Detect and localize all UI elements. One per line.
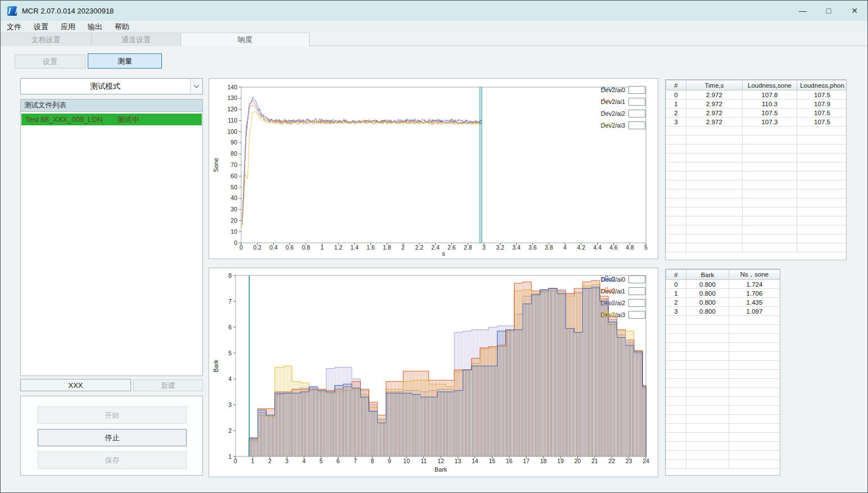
y-axis-label: Sone [213, 158, 219, 173]
table-row-empty [666, 243, 847, 252]
column-header[interactable]: Ns，sone [729, 270, 780, 280]
bars-sample-icon [629, 287, 645, 295]
svg-text:2: 2 [228, 427, 232, 434]
svg-text:24: 24 [643, 458, 649, 464]
table-cell: 3 [666, 117, 686, 126]
table-cell: 107.8 [743, 91, 797, 99]
svg-text:3.6: 3.6 [528, 244, 537, 251]
svg-text:10: 10 [403, 458, 410, 464]
table-row-empty [666, 325, 780, 334]
svg-text:80: 80 [230, 150, 237, 157]
table-row[interactable]: 00.8001.724 [666, 280, 780, 289]
svg-text:1.8: 1.8 [383, 244, 391, 251]
svg-text:1.2: 1.2 [334, 244, 342, 251]
table-row[interactable]: 30.8001.097 [666, 307, 780, 316]
window-title: MCR 2.07.0.014 202300918 [22, 7, 114, 15]
table-cell: 1.706 [729, 289, 780, 298]
titlebar: MCR 2.07.0.014 202300918 — □ ✕ [1, 1, 867, 21]
svg-text:0: 0 [234, 458, 237, 464]
table-cell: 0.800 [686, 289, 729, 298]
table-row-empty [666, 234, 847, 243]
bark-results-table: #BarkNs，sone00.8001.72410.8001.70620.800… [666, 269, 780, 469]
close-icon[interactable]: ✕ [842, 1, 867, 21]
window-controls: — □ ✕ [790, 1, 867, 21]
menu-item-settings[interactable]: 设置 [28, 21, 55, 33]
file-list-item[interactable]: Test 88_XXX_009_LDN测试中 [21, 114, 202, 125]
table-cell: 110.3 [743, 99, 797, 108]
svg-text:17: 17 [523, 458, 530, 464]
svg-text:3: 3 [285, 458, 288, 464]
bars-sample-icon [629, 311, 645, 319]
table-row[interactable]: 10.8001.706 [666, 289, 780, 298]
column-header[interactable]: Bark [686, 270, 729, 280]
svg-text:6: 6 [228, 324, 232, 331]
svg-text:60: 60 [230, 173, 237, 179]
svg-text:4.8: 4.8 [626, 244, 634, 251]
svg-text:18: 18 [540, 458, 547, 464]
svg-text:22: 22 [608, 458, 615, 464]
svg-text:12: 12 [437, 458, 444, 464]
stop-button[interactable]: 停止 [38, 429, 187, 446]
table-cell: 1.435 [729, 298, 780, 307]
table-row[interactable]: 02.972107.8107.5 [666, 91, 847, 99]
subtab-settings[interactable]: 设置 [15, 55, 85, 69]
table-row[interactable]: 20.8001.435 [666, 298, 780, 307]
svg-text:14: 14 [472, 458, 478, 464]
menu-item-output[interactable]: 输出 [82, 21, 108, 33]
svg-text:20: 20 [574, 458, 581, 464]
legend-item: Dev2/ai0 [601, 85, 645, 94]
table-row-empty [666, 198, 847, 207]
table-row[interactable]: 22.972107.5107.5 [666, 108, 847, 117]
column-header[interactable]: # [666, 80, 686, 91]
table-cell: 2.972 [686, 117, 743, 126]
tab-channel-settings[interactable]: 通道设置 [92, 33, 181, 46]
loudness-results-table: #Time,sLoudness,soneLoudness,phon02.9721… [666, 80, 847, 252]
svg-text:7: 7 [354, 458, 357, 464]
legend-item: Dev2/ai2 [601, 298, 645, 307]
maximize-icon[interactable]: □ [816, 1, 842, 21]
table-row-empty [666, 361, 780, 370]
legend-item: Dev2/ai2 [601, 109, 645, 118]
table-cell: 1 [666, 289, 686, 298]
menu-item-file[interactable]: 文件 [1, 21, 28, 33]
svg-text:2: 2 [401, 244, 405, 251]
svg-text:11: 11 [421, 458, 427, 464]
svg-text:2.6: 2.6 [447, 244, 456, 251]
svg-text:4: 4 [228, 376, 232, 382]
table-row[interactable]: 32.972107.3107.5 [666, 117, 847, 126]
svg-text:40: 40 [230, 195, 237, 201]
table-row-empty [666, 316, 780, 325]
table-cell: 0 [666, 280, 686, 289]
svg-text:5: 5 [319, 458, 323, 464]
tab-document-settings[interactable]: 文档设置 [1, 33, 92, 46]
table-row-empty [666, 153, 847, 162]
tab-loudness[interactable]: 响度 [181, 33, 310, 46]
svg-text:1: 1 [320, 244, 324, 251]
menu-item-help[interactable]: 帮助 [108, 21, 135, 33]
table-row-empty [666, 397, 780, 406]
chevron-down-icon[interactable] [190, 79, 202, 94]
column-header[interactable]: Loudness,sone [743, 80, 797, 91]
line-sample-icon [629, 121, 645, 129]
svg-text:1.6: 1.6 [367, 244, 375, 251]
table-cell: 3 [666, 307, 686, 316]
plot-frame [241, 87, 646, 243]
svg-text:0.4: 0.4 [269, 244, 278, 251]
tabbar: 文档设置通道设置响度 [1, 33, 867, 46]
table-row-empty [666, 216, 847, 225]
file-status-badge: 测试中 [117, 115, 139, 125]
subtab-measure[interactable]: 测量 [88, 53, 162, 69]
svg-text:10: 10 [230, 228, 237, 235]
specific-loudness-chart-panel: 0123456789101112131415161718192021222324… [209, 268, 658, 477]
xxx-button[interactable]: XXX [20, 379, 131, 391]
minimize-icon[interactable]: — [790, 1, 816, 21]
menubar: 文件设置应用输出帮助 [1, 21, 867, 33]
svg-text:16: 16 [506, 458, 513, 464]
test-mode-select[interactable]: 测试模式 [20, 78, 203, 94]
column-header[interactable]: Time,s [686, 80, 743, 91]
table-row[interactable]: 12.972110.3107.9 [666, 99, 847, 108]
column-header[interactable]: # [666, 270, 686, 280]
column-header[interactable]: Loudness,phon [797, 80, 847, 91]
menu-item-apply[interactable]: 应用 [55, 21, 82, 33]
svg-text:100: 100 [227, 128, 237, 135]
